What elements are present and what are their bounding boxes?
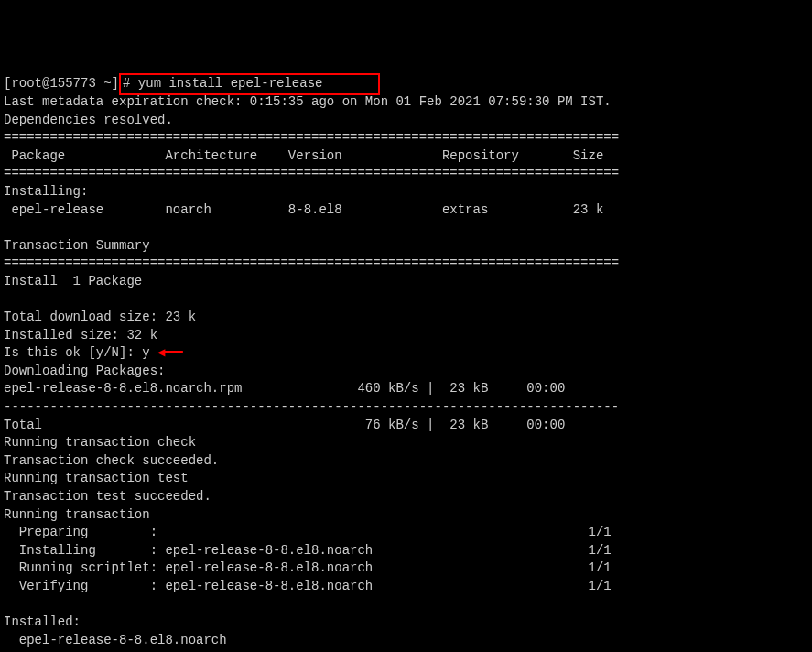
installed-package: epel-release-8-8.el8.noarch [4, 633, 227, 647]
running-test: Running transaction test [4, 471, 189, 485]
command-text[interactable]: yum install epel-release [138, 76, 323, 91]
header-row: Package Architecture Version Repository … [4, 148, 603, 163]
step-scriptlet: Running scriptlet: epel-release-8-8.el8.… [4, 560, 612, 575]
install-count: Install 1 Package [4, 274, 142, 288]
downloading-label: Downloading Packages: [4, 364, 165, 378]
command-highlight: # yum install epel-release [119, 73, 380, 95]
installed-header: Installed: [4, 614, 81, 629]
prompt-hash: # [123, 76, 138, 91]
package-row: epel-release noarch 8-8.el8 extras 23 k [4, 202, 603, 217]
check-succeeded: Transaction check succeeded. [4, 453, 219, 468]
separator: ========================================… [4, 255, 619, 270]
arrow-icon: ◀━━━ [157, 345, 181, 360]
deps-line: Dependencies resolved. [4, 113, 173, 127]
step-installing: Installing : epel-release-8-8.el8.noarch… [4, 543, 612, 558]
installing-section: Installing: [4, 184, 88, 199]
installed-size: Installed size: 32 k [4, 328, 157, 342]
test-succeeded: Transaction test succeeded. [4, 489, 211, 504]
separator: ========================================… [4, 166, 619, 180]
separator: ----------------------------------------… [4, 399, 619, 414]
confirm-input[interactable]: y [142, 345, 157, 360]
running-check: Running transaction check [4, 435, 196, 450]
total-download: Total download size: 23 k [4, 310, 196, 324]
download-row: epel-release-8-8.el8.noarch.rpm 460 kB/s… [4, 381, 565, 396]
step-verifying: Verifying : epel-release-8-8.el8.noarch … [4, 579, 612, 593]
prompt-prefix: [root@155773 ~] [4, 76, 119, 91]
step-preparing: Preparing : 1/1 [4, 525, 612, 539]
confirm-prompt: Is this ok [y/N]: [4, 345, 142, 360]
metadata-line: Last metadata expiration check: 0:15:35 … [4, 94, 612, 109]
running-transaction: Running transaction [4, 507, 150, 522]
total-row: Total 76 kB/s | 23 kB 00:00 [4, 418, 565, 432]
transaction-summary: Transaction Summary [4, 238, 150, 253]
separator: ========================================… [4, 130, 619, 145]
